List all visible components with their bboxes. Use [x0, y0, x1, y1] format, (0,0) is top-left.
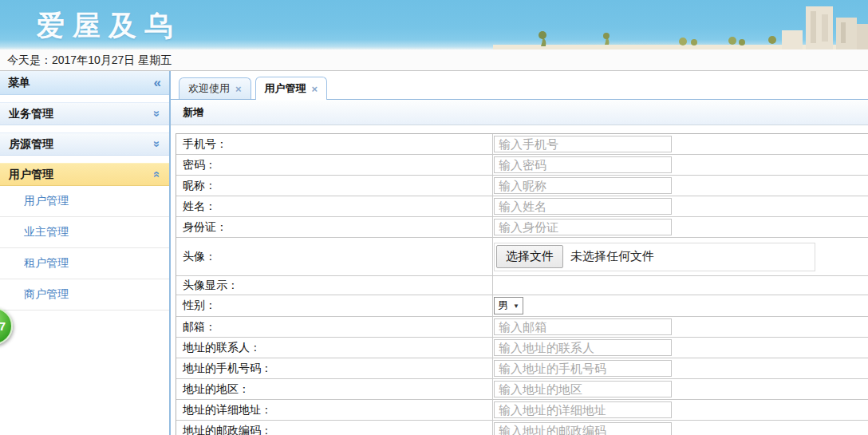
- gender-select-value: 男: [498, 299, 508, 313]
- field-label: 密码：: [176, 155, 493, 175]
- sidebar-collapse-icon[interactable]: «: [154, 76, 161, 89]
- form-row-gender: 性别： 男 ▼: [176, 295, 868, 317]
- email-input[interactable]: [494, 318, 672, 335]
- field-label: 手机号：: [176, 134, 493, 154]
- field-label: 头像：: [176, 238, 493, 275]
- tab-user-management[interactable]: 用户管理 ×: [255, 77, 328, 100]
- content-panel: 欢迎使用 × 用户管理 × 新增 手机号： 密码: [171, 71, 868, 435]
- form-row-nickname: 昵称：: [176, 176, 868, 196]
- form-row-avatar: 头像： 选择文件 未选择任何文件: [176, 238, 868, 276]
- choose-file-button[interactable]: 选择文件: [496, 245, 563, 268]
- sidebar-section-label: 业务管理: [9, 107, 53, 121]
- chevron-down-icon: »: [151, 140, 163, 147]
- field-label: 地址的地区：: [176, 379, 493, 399]
- field-label: 地址的详细地址：: [176, 400, 493, 420]
- close-icon[interactable]: ×: [235, 83, 242, 95]
- address-phone-input[interactable]: [494, 360, 672, 377]
- password-input[interactable]: [494, 156, 672, 173]
- form-row-address-phone: 地址的手机号码：: [176, 358, 868, 379]
- page: 爱屋及乌 今天是：2017年10月27日 星期五 菜单 « 业务管理 » 房源管…: [0, 0, 868, 435]
- body-split: 菜单 « 业务管理 » 房源管理 » 用户管理 « 用户管理 业主管理 租户管理…: [0, 71, 868, 435]
- sidebar-section-label: 用户管理: [9, 168, 53, 182]
- form-row-name: 姓名：: [176, 196, 868, 217]
- field-label: 地址的邮政编码：: [176, 421, 493, 435]
- form-row-phone: 手机号：: [176, 134, 868, 155]
- field-label: 姓名：: [176, 196, 493, 216]
- tab-label: 用户管理: [265, 81, 306, 96]
- chevron-down-icon: »: [151, 110, 163, 117]
- sidebar-section-business[interactable]: 业务管理 »: [0, 102, 169, 125]
- field-label: 邮箱：: [176, 317, 493, 337]
- field-label: 地址的联系人：: [176, 338, 493, 358]
- sidebar-section-label: 房源管理: [9, 137, 53, 152]
- sidebar-submenu: 用户管理 业主管理 租户管理 商户管理: [0, 186, 169, 310]
- sidebar-item-merchant-management[interactable]: 商户管理: [0, 279, 169, 310]
- no-file-text: 未选择任何文件: [570, 249, 654, 264]
- idcard-input[interactable]: [494, 219, 672, 235]
- tab-welcome[interactable]: 欢迎使用 ×: [179, 77, 251, 99]
- app-logo: 爱屋及乌: [37, 7, 180, 45]
- sidebar-section-users[interactable]: 用户管理 «: [0, 163, 169, 186]
- new-record-title[interactable]: 新增: [183, 105, 203, 120]
- name-input[interactable]: [494, 198, 672, 215]
- chevron-up-icon: «: [151, 171, 163, 177]
- field-label: 昵称：: [176, 176, 493, 196]
- form-row-idcard: 身份证：: [176, 217, 868, 238]
- contact-bubble-button[interactable]: 7: [0, 307, 13, 345]
- gender-select[interactable]: 男 ▼: [494, 297, 523, 314]
- field-label: 地址的手机号码：: [176, 358, 493, 378]
- form-row-address-contact: 地址的联系人：: [176, 338, 868, 358]
- field-label: 性别：: [176, 295, 493, 316]
- form-row-address-detail: 地址的详细地址：: [176, 400, 868, 421]
- address-zipcode-input[interactable]: [494, 422, 672, 435]
- address-detail-input[interactable]: [494, 401, 672, 418]
- form-row-address-region: 地址的地区：: [176, 379, 868, 400]
- phone-input[interactable]: [494, 136, 672, 152]
- form-row-address-zipcode: 地址的邮政编码：: [176, 421, 868, 435]
- tab-bar: 欢迎使用 × 用户管理 ×: [171, 71, 868, 100]
- sidebar-section-housing[interactable]: 房源管理 »: [0, 132, 169, 156]
- nickname-input[interactable]: [494, 177, 672, 194]
- sidebar-item-user-management[interactable]: 用户管理: [0, 186, 169, 217]
- sidebar-menu-header: 菜单 «: [0, 71, 169, 95]
- avatar-file-input[interactable]: 选择文件 未选择任何文件: [494, 243, 815, 271]
- sidebar-title: 菜单: [8, 76, 30, 90]
- sidebar: 菜单 « 业务管理 » 房源管理 » 用户管理 « 用户管理 业主管理 租户管理…: [0, 71, 171, 435]
- address-region-input[interactable]: [494, 381, 672, 397]
- sidebar-item-tenant-management[interactable]: 租户管理: [0, 248, 169, 279]
- form-row-email: 邮箱：: [176, 317, 868, 338]
- field-label: 身份证：: [176, 217, 493, 237]
- sidebar-item-owner-management[interactable]: 业主管理: [0, 217, 169, 248]
- form-toolbar: 新增: [171, 100, 868, 125]
- form-row-avatar-preview: 头像显示：: [176, 276, 868, 295]
- date-bar: 今天是：2017年10月27日 星期五: [0, 49, 868, 71]
- tab-label: 欢迎使用: [188, 81, 230, 96]
- new-user-form: 手机号： 密码： 昵称： 姓名：: [171, 125, 868, 435]
- form-table: 手机号： 密码： 昵称： 姓名：: [176, 133, 868, 435]
- field-label: 头像显示：: [176, 276, 493, 295]
- cityscape-image: [493, 0, 868, 49]
- avatar-preview-area: [493, 276, 868, 295]
- address-contact-input[interactable]: [494, 339, 672, 356]
- caret-down-icon: ▼: [513, 303, 519, 310]
- form-row-password: 密码：: [176, 155, 868, 176]
- close-icon[interactable]: ×: [312, 83, 318, 95]
- header-banner: 爱屋及乌: [0, 0, 868, 49]
